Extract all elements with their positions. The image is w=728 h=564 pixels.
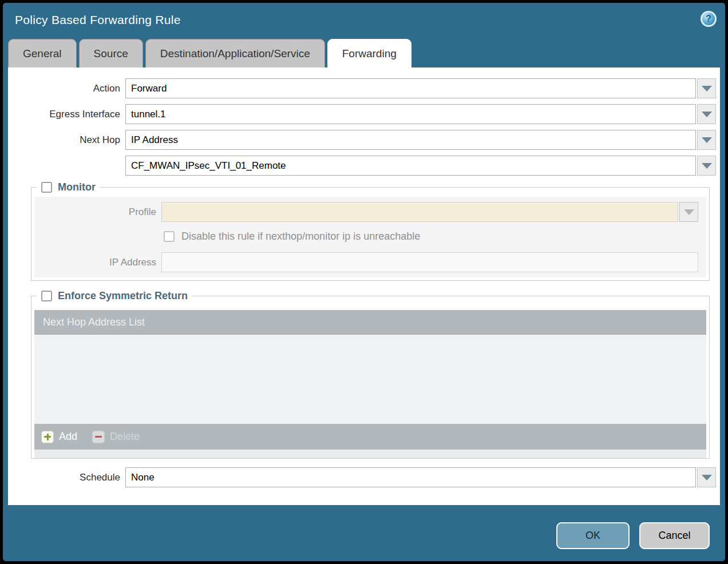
schedule-label: Schedule — [13, 472, 125, 483]
egress-interface-dropdown-button[interactable] — [697, 104, 716, 124]
profile-dropdown-button[interactable] — [679, 202, 698, 222]
action-dropdown-button[interactable] — [697, 78, 716, 98]
schedule-row: Schedule — [13, 467, 716, 487]
monitor-section-title: Monitor — [58, 181, 96, 193]
enforce-symmetric-return-title: Enforce Symmetric Return — [58, 290, 188, 302]
chevron-down-icon — [702, 163, 712, 169]
egress-interface-input[interactable] — [125, 104, 696, 124]
schedule-input[interactable] — [125, 467, 696, 487]
tab-label: Destination/Application/Service — [160, 47, 310, 60]
policy-based-forwarding-rule-dialog: Policy Based Forwarding Rule ? General S… — [0, 0, 728, 564]
cancel-button[interactable]: Cancel — [639, 522, 710, 549]
enforce-symmetric-return-checkbox[interactable] — [41, 291, 52, 301]
delete-button-label: Delete — [110, 431, 140, 443]
tab-source[interactable]: Source — [79, 39, 143, 68]
action-label: Action — [13, 83, 125, 94]
ok-button-label: OK — [585, 530, 600, 542]
table-scrollbar-track — [34, 450, 706, 458]
question-mark-glyph: ? — [706, 14, 711, 24]
monitor-ip-address-label: IP Address — [34, 257, 161, 268]
action-input[interactable] — [125, 78, 696, 98]
chevron-down-icon — [702, 112, 712, 117]
forwarding-tab-panel: Action Egress Interface Next Hop — [8, 67, 720, 505]
tab-label: Forwarding — [342, 47, 397, 60]
add-button-label: Add — [59, 431, 77, 443]
next-hop-address-dropdown-button[interactable] — [697, 156, 716, 176]
dialog-action-buttons: OK Cancel — [556, 522, 710, 549]
schedule-dropdown-button[interactable] — [697, 467, 716, 487]
monitor-ip-address-input[interactable] — [161, 252, 698, 272]
next-hop-type-input[interactable] — [125, 130, 696, 150]
enforce-symmetric-return-legend: Enforce Symmetric Return — [37, 290, 192, 302]
disable-rule-label: Disable this rule if nexthop/monitor ip … — [181, 231, 420, 243]
next-hop-address-list-toolbar: Add Delete — [34, 424, 706, 450]
chevron-down-icon — [684, 209, 694, 215]
profile-input[interactable] — [161, 202, 678, 222]
column-header-label: Next Hop Address List — [43, 316, 145, 328]
chevron-down-icon — [702, 86, 712, 92]
help-icon[interactable]: ? — [701, 11, 717, 27]
delete-icon — [92, 431, 105, 443]
monitor-section: Monitor Profile Disable this rule if nex… — [31, 181, 710, 281]
monitor-panel: Profile Disable this rule if nexthop/mon… — [34, 197, 706, 277]
next-hop-row: Next Hop — [13, 130, 716, 150]
enforce-symmetric-return-section: Enforce Symmetric Return Next Hop Addres… — [31, 290, 710, 459]
next-hop-address-list-header: Next Hop Address List — [34, 310, 706, 335]
next-hop-address-row — [13, 156, 716, 176]
egress-interface-row: Egress Interface — [13, 104, 716, 124]
disable-rule-row: Disable this rule if nexthop/monitor ip … — [164, 231, 698, 243]
next-hop-label: Next Hop — [13, 134, 125, 146]
tab-bar: General Source Destination/Application/S… — [8, 39, 412, 68]
tab-destination-application-service[interactable]: Destination/Application/Service — [145, 39, 325, 68]
action-row: Action — [13, 78, 716, 98]
tab-general[interactable]: General — [8, 39, 77, 68]
cancel-button-label: Cancel — [658, 530, 690, 542]
monitor-legend: Monitor — [37, 181, 100, 193]
profile-row: Profile — [34, 202, 698, 222]
next-hop-address-list-table: Next Hop Address List Add Delete — [34, 310, 706, 458]
next-hop-type-dropdown-button[interactable] — [697, 130, 716, 150]
next-hop-address-list-body — [34, 335, 706, 424]
delete-button[interactable]: Delete — [92, 431, 140, 443]
disable-rule-checkbox[interactable] — [164, 231, 175, 242]
monitor-checkbox[interactable] — [41, 182, 52, 193]
monitor-ip-address-row: IP Address — [34, 252, 698, 272]
tab-label: Source — [94, 47, 128, 60]
chevron-down-icon — [702, 475, 712, 480]
dialog-title: Policy Based Forwarding Rule — [15, 13, 181, 27]
add-icon — [41, 431, 54, 443]
add-button[interactable]: Add — [41, 431, 77, 443]
next-hop-address-input[interactable] — [125, 156, 696, 176]
profile-label: Profile — [34, 206, 161, 218]
chevron-down-icon — [702, 137, 712, 143]
ok-button[interactable]: OK — [556, 522, 630, 549]
egress-interface-label: Egress Interface — [13, 109, 125, 120]
tab-label: General — [23, 47, 62, 60]
tab-forwarding[interactable]: Forwarding — [327, 39, 412, 68]
